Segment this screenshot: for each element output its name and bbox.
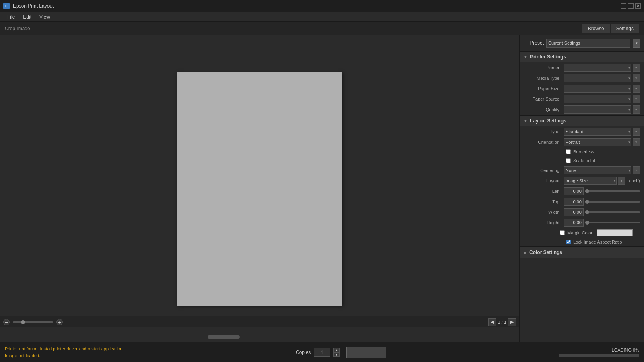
printer-select-wrap[interactable] (564, 64, 631, 72)
main-layout: − + ◀ 1 / 1 ▶ Preset Current Settings ▾ (0, 35, 644, 342)
orientation-arrow-btn[interactable]: ▾ (633, 138, 640, 146)
next-page-button[interactable]: ▶ (508, 318, 516, 326)
centering-arrow-btn[interactable]: ▾ (633, 166, 640, 174)
layout-arrow-btn[interactable]: ▾ (618, 177, 625, 185)
prev-page-button[interactable]: ◀ (488, 318, 496, 326)
type-arrow-btn[interactable]: ▾ (633, 128, 640, 136)
quality-row: Quality ▾ (520, 104, 644, 115)
paper-source-select-wrap[interactable] (564, 95, 631, 103)
centering-select-wrap[interactable]: None (564, 166, 631, 174)
scale-to-fit-row: Scale to Fit (520, 156, 644, 165)
borderless-label[interactable]: Borderless (573, 149, 594, 154)
window-controls[interactable]: — □ ✕ (621, 3, 641, 9)
orientation-select-wrap[interactable]: Portrait (564, 138, 631, 146)
layout-select-wrap[interactable]: Image Size (564, 177, 617, 185)
title-bar: E Epson Print Layout — □ ✕ (0, 0, 644, 12)
type-select[interactable]: Standard (564, 128, 631, 136)
media-type-row: Media Type ▾ (520, 73, 644, 83)
left-input[interactable] (564, 187, 584, 195)
paper-canvas (177, 72, 342, 306)
left-slider[interactable] (585, 190, 640, 192)
orientation-label: Orientation (524, 140, 562, 145)
preset-arrow[interactable]: ▾ (633, 39, 640, 48)
lock-aspect-row: Lock Image Aspect Ratio (520, 238, 644, 246)
borderless-row: Borderless (520, 147, 644, 156)
horizontal-scrollbar[interactable] (208, 335, 240, 339)
width-slider[interactable] (585, 211, 640, 213)
menu-edit[interactable]: Edit (19, 13, 35, 21)
top-input[interactable] (564, 198, 584, 206)
borderless-checkbox[interactable] (566, 149, 571, 154)
margin-color-checkbox[interactable] (560, 230, 565, 235)
left-row: Left (520, 186, 644, 197)
printer-settings-header[interactable]: ▼ Printer Settings (520, 51, 644, 62)
margin-color-label: Margin Color (567, 230, 592, 235)
left-label: Left (524, 189, 562, 194)
browse-button[interactable]: Browse (582, 24, 610, 33)
print-button[interactable] (346, 347, 386, 358)
copies-input[interactable]: 1 (314, 348, 330, 357)
loading-section: LOADING 0% (559, 348, 639, 357)
lock-aspect-checkbox[interactable] (566, 240, 571, 244)
printer-select[interactable] (564, 64, 631, 72)
copies-up-btn[interactable]: ▲ (333, 348, 340, 352)
crop-image-label: Crop Image (5, 26, 582, 31)
close-button[interactable]: ✕ (635, 3, 641, 9)
page-navigation: ◀ 1 / 1 ▶ (488, 318, 516, 326)
paper-size-select-wrap[interactable] (564, 85, 631, 93)
top-row: Top (520, 197, 644, 207)
margin-color-row: Margin Color (520, 228, 644, 238)
paper-source-select[interactable] (564, 95, 631, 103)
zoom-in-button[interactable]: + (56, 319, 63, 325)
paper-size-arrow-btn[interactable]: ▾ (633, 85, 640, 93)
layout-settings-header[interactable]: ▼ Layout Settings (520, 115, 644, 126)
preset-row: Preset Current Settings ▾ (520, 35, 644, 51)
quality-arrow-btn[interactable]: ▾ (633, 105, 640, 114)
minimize-button[interactable]: — (621, 3, 626, 9)
type-select-wrap[interactable]: Standard (564, 128, 631, 136)
color-settings-title: Color Settings (529, 250, 562, 255)
printer-settings-chevron: ▼ (524, 55, 528, 59)
media-type-select[interactable] (564, 74, 631, 82)
paper-size-select[interactable] (564, 85, 631, 93)
paper-source-arrow-btn[interactable]: ▾ (633, 95, 640, 103)
lock-aspect-label[interactable]: Lock Image Aspect Ratio (573, 240, 622, 244)
zoom-out-button[interactable]: − (3, 319, 10, 325)
printer-arrow-btn[interactable]: ▾ (633, 64, 640, 72)
status-text: Printer not found. Install printer drive… (5, 345, 124, 359)
color-settings-header[interactable]: ▶ Color Settings (520, 247, 644, 258)
type-row: Type Standard ▾ (520, 126, 644, 137)
top-actions: Browse Settings (582, 24, 639, 33)
maximize-button[interactable]: □ (628, 3, 634, 9)
scale-to-fit-checkbox[interactable] (566, 158, 571, 163)
media-type-select-wrap[interactable] (564, 74, 631, 82)
paper-source-row: Paper Source ▾ (520, 94, 644, 104)
status-line1: Printer not found. Install printer drive… (5, 345, 124, 352)
margin-color-swatch[interactable] (597, 229, 633, 236)
settings-button[interactable]: Settings (611, 24, 639, 33)
copies-down-btn[interactable]: ▼ (333, 352, 340, 357)
height-slider[interactable] (585, 222, 640, 223)
width-slider-thumb (585, 210, 589, 214)
width-row: Width (520, 207, 644, 217)
paper-source-label: Paper Source (524, 97, 562, 101)
status-line2: Image not loaded. (5, 352, 124, 359)
media-type-arrow-btn[interactable]: ▾ (633, 74, 640, 82)
menu-file[interactable]: File (3, 13, 19, 21)
canvas-area: − + ◀ 1 / 1 ▶ (0, 35, 519, 342)
height-input[interactable] (564, 219, 584, 227)
preset-select[interactable]: Current Settings (546, 39, 630, 48)
top-slider[interactable] (585, 201, 640, 203)
scale-to-fit-label[interactable]: Scale to Fit (573, 158, 595, 163)
copies-section: Copies 1 ▲ ▼ (296, 348, 340, 357)
quality-select-wrap[interactable] (564, 105, 631, 114)
quality-select[interactable] (564, 105, 631, 114)
menu-view[interactable]: View (35, 13, 54, 21)
orientation-select[interactable]: Portrait (564, 138, 631, 146)
width-input[interactable] (564, 208, 584, 216)
preset-label: Preset (524, 40, 544, 46)
zoom-slider[interactable] (13, 321, 53, 323)
layout-select[interactable]: Image Size (564, 177, 617, 185)
width-label: Width (524, 210, 562, 215)
centering-select[interactable]: None (564, 166, 631, 174)
